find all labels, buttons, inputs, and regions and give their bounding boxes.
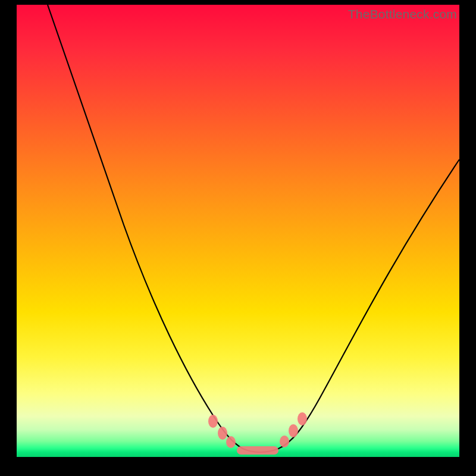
plot-area: [17, 5, 459, 457]
marker: [226, 436, 236, 448]
chart-frame: TheBottleneck.com: [0, 0, 476, 476]
highlight-markers: [208, 412, 307, 455]
marker-pill: [237, 446, 278, 455]
watermark-text: TheBottleneck.com: [348, 7, 457, 21]
marker: [289, 424, 298, 437]
marker: [208, 415, 218, 428]
chart-svg: [17, 5, 459, 457]
bottleneck-curve: [48, 5, 459, 452]
marker: [280, 436, 289, 447]
marker: [298, 412, 307, 425]
marker: [218, 427, 227, 440]
